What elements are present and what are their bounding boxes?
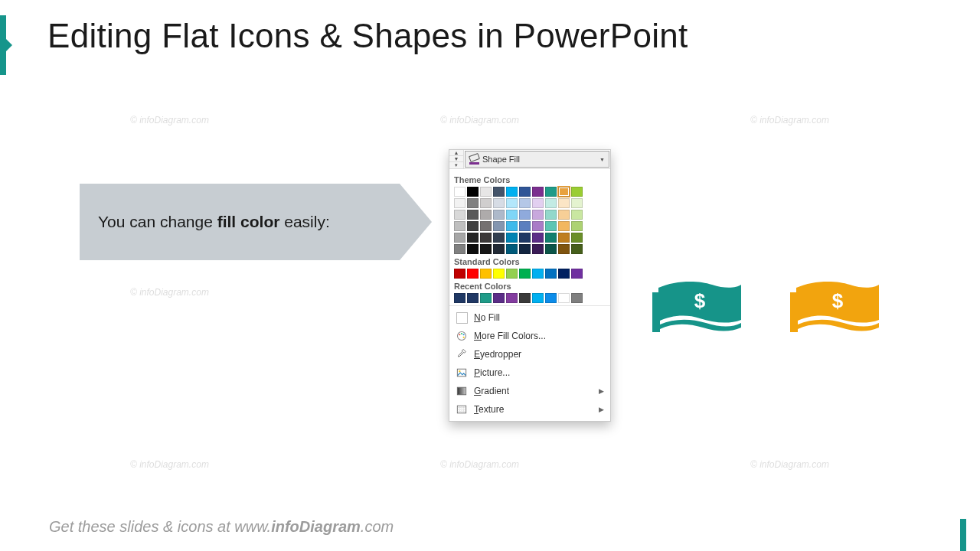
color-swatch[interactable] — [532, 198, 544, 208]
color-swatch[interactable] — [558, 210, 570, 220]
color-swatch[interactable] — [558, 293, 570, 303]
color-swatch[interactable] — [467, 210, 479, 220]
gradient-icon — [456, 385, 468, 397]
color-swatch[interactable] — [480, 293, 492, 303]
color-swatch[interactable] — [558, 221, 570, 231]
color-swatch[interactable] — [480, 233, 492, 243]
color-swatch[interactable] — [480, 198, 492, 208]
color-swatch[interactable] — [480, 244, 492, 254]
color-swatch[interactable] — [532, 187, 544, 197]
scroll-up-icon[interactable]: ▲ — [449, 150, 463, 156]
more-colors-item[interactable]: More Fill Colors... — [454, 327, 606, 345]
color-swatch[interactable] — [532, 244, 544, 254]
color-swatch[interactable] — [454, 221, 466, 231]
color-swatch[interactable] — [519, 293, 531, 303]
color-swatch[interactable] — [506, 269, 518, 279]
color-swatch[interactable] — [519, 221, 531, 231]
color-swatch[interactable] — [467, 198, 479, 208]
color-swatch[interactable] — [480, 269, 492, 279]
color-swatch[interactable] — [467, 187, 479, 197]
color-swatch[interactable] — [506, 244, 518, 254]
svg-point-4 — [463, 337, 465, 338]
color-swatch[interactable] — [545, 221, 557, 231]
expand-styles-icon[interactable]: ▾ — [449, 162, 463, 168]
color-swatch[interactable] — [532, 293, 544, 303]
color-swatch[interactable] — [532, 233, 544, 243]
color-swatch[interactable] — [519, 244, 531, 254]
color-swatch[interactable] — [454, 293, 466, 303]
color-swatch[interactable] — [467, 244, 479, 254]
color-swatch[interactable] — [467, 233, 479, 243]
watermark: © infoDiagram.com — [750, 115, 829, 126]
color-swatch[interactable] — [571, 210, 583, 220]
color-swatch[interactable] — [558, 233, 570, 243]
color-swatch[interactable] — [558, 198, 570, 208]
color-swatch[interactable] — [532, 269, 544, 279]
color-swatch[interactable] — [454, 198, 466, 208]
color-swatch[interactable] — [545, 244, 557, 254]
color-swatch[interactable] — [519, 198, 531, 208]
color-swatch[interactable] — [571, 198, 583, 208]
color-swatch[interactable] — [493, 244, 505, 254]
color-swatch[interactable] — [545, 293, 557, 303]
color-swatch[interactable] — [454, 187, 466, 197]
color-swatch[interactable] — [571, 293, 583, 303]
color-swatch[interactable] — [506, 210, 518, 220]
color-swatch[interactable] — [545, 198, 557, 208]
svg-rect-5 — [457, 369, 466, 377]
color-swatch[interactable] — [545, 187, 557, 197]
color-swatch[interactable] — [480, 187, 492, 197]
color-swatch[interactable] — [571, 221, 583, 231]
color-swatch[interactable] — [571, 244, 583, 254]
no-fill-item[interactable]: No Fill — [454, 308, 606, 327]
color-swatch[interactable] — [493, 198, 505, 208]
color-swatch[interactable] — [571, 233, 583, 243]
watermark: © infoDiagram.com — [440, 459, 519, 470]
color-swatch[interactable] — [519, 210, 531, 220]
color-swatch[interactable] — [558, 187, 570, 197]
color-swatch[interactable] — [519, 233, 531, 243]
color-swatch[interactable] — [493, 293, 505, 303]
watermark: © infoDiagram.com — [130, 459, 209, 470]
color-swatch[interactable] — [493, 187, 505, 197]
color-swatch[interactable] — [493, 233, 505, 243]
color-swatch[interactable] — [480, 210, 492, 220]
slide-title: Editing Flat Icons & Shapes in PowerPoin… — [47, 17, 688, 55]
shape-fill-button[interactable]: Shape Fill ▼ — [465, 151, 609, 168]
picture-item[interactable]: Picture... — [454, 364, 606, 382]
color-swatch[interactable] — [493, 210, 505, 220]
color-swatch[interactable] — [506, 187, 518, 197]
texture-item[interactable]: Texture ▶ — [454, 400, 606, 419]
color-swatch[interactable] — [545, 233, 557, 243]
color-swatch[interactable] — [454, 233, 466, 243]
color-swatch[interactable] — [454, 210, 466, 220]
color-swatch[interactable] — [558, 244, 570, 254]
color-swatch[interactable] — [571, 269, 583, 279]
color-swatch[interactable] — [493, 269, 505, 279]
color-swatch[interactable] — [506, 221, 518, 231]
color-swatch[interactable] — [454, 269, 466, 279]
color-swatch[interactable] — [532, 210, 544, 220]
eyedropper-item[interactable]: Eyedropper — [454, 345, 606, 364]
color-swatch[interactable] — [519, 187, 531, 197]
color-swatch[interactable] — [571, 187, 583, 197]
gradient-item[interactable]: Gradient ▶ — [454, 382, 606, 400]
color-swatch[interactable] — [506, 233, 518, 243]
callout: You can change fill color easily: — [80, 184, 432, 260]
recent-colors-row — [454, 293, 606, 303]
color-swatch[interactable] — [506, 293, 518, 303]
color-swatch[interactable] — [545, 269, 557, 279]
color-swatch[interactable] — [519, 269, 531, 279]
color-swatch[interactable] — [467, 269, 479, 279]
color-swatch[interactable] — [558, 269, 570, 279]
svg-point-6 — [459, 370, 460, 372]
scroll-down-icon[interactable]: ▼ — [449, 156, 463, 162]
color-swatch[interactable] — [493, 221, 505, 231]
color-swatch[interactable] — [545, 210, 557, 220]
color-swatch[interactable] — [480, 221, 492, 231]
color-swatch[interactable] — [454, 244, 466, 254]
color-swatch[interactable] — [467, 293, 479, 303]
color-swatch[interactable] — [506, 198, 518, 208]
color-swatch[interactable] — [467, 221, 479, 231]
color-swatch[interactable] — [532, 221, 544, 231]
